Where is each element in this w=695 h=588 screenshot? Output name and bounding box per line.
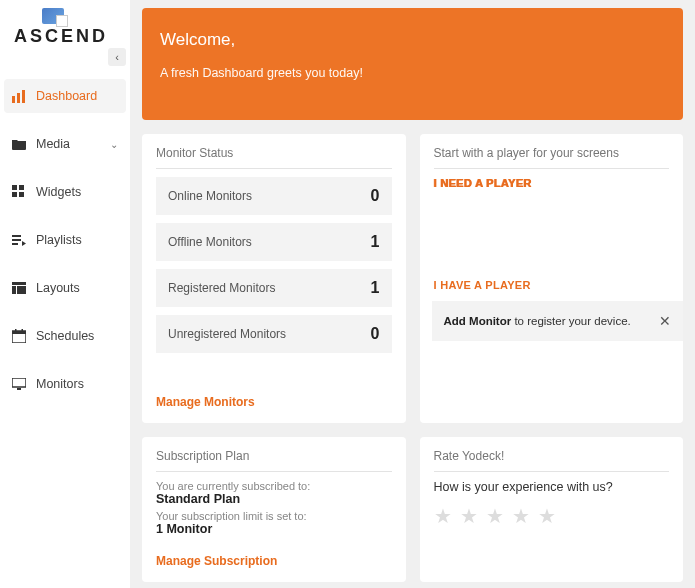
rate-question: How is your experience with us?: [434, 480, 670, 494]
svg-rect-1: [17, 93, 20, 103]
star-rating: ★ ★ ★ ★ ★: [434, 504, 670, 528]
manage-subscription-link[interactable]: Manage Subscription: [156, 554, 277, 568]
bars-icon: [12, 89, 26, 103]
svg-rect-5: [12, 192, 17, 197]
stat-row-registered: Registered Monitors 1: [156, 269, 392, 307]
subscription-plan: Standard Plan: [156, 492, 392, 506]
need-player-heading: I NEED A PLAYER: [434, 177, 670, 189]
subscription-line1: You are currently subscribed to:: [156, 480, 392, 492]
svg-rect-6: [19, 192, 24, 197]
monitor-icon: [12, 377, 26, 391]
add-monitor-text: Add Monitor to register your device.: [444, 315, 631, 327]
folder-icon: [12, 137, 26, 151]
sidebar-item-label: Playlists: [36, 233, 82, 247]
playlist-icon: [12, 233, 26, 247]
card-title: Subscription Plan: [156, 449, 392, 472]
sidebar-item-widgets[interactable]: Widgets: [0, 175, 130, 209]
svg-rect-3: [12, 185, 17, 190]
hero-subtitle: A fresh Dashboard greets you today!: [160, 66, 665, 80]
svg-rect-2: [22, 90, 25, 103]
sidebar-item-media[interactable]: Media ⌄: [0, 127, 130, 161]
stat-value: 1: [371, 233, 380, 251]
sidebar-item-label: Layouts: [36, 281, 80, 295]
calendar-icon: [12, 329, 26, 343]
sidebar-item-monitors[interactable]: Monitors: [0, 367, 130, 401]
stat-label: Registered Monitors: [168, 281, 275, 295]
star-4[interactable]: ★: [512, 504, 530, 528]
close-icon[interactable]: ✕: [659, 313, 671, 329]
translate-badge-icon: [42, 8, 64, 24]
brand-logo: ASCEND: [14, 26, 120, 47]
subscription-card: Subscription Plan You are currently subs…: [142, 437, 406, 582]
sidebar-item-label: Media: [36, 137, 70, 151]
add-monitor-callout: Add Monitor to register your device. ✕: [432, 301, 684, 341]
card-title: Monitor Status: [156, 146, 392, 169]
stat-row-online: Online Monitors 0: [156, 177, 392, 215]
sidebar-item-label: Monitors: [36, 377, 84, 391]
sidebar-item-label: Widgets: [36, 185, 81, 199]
chevron-left-icon: ‹: [115, 51, 119, 63]
row-2: Subscription Plan You are currently subs…: [142, 437, 683, 582]
svg-rect-14: [12, 331, 26, 334]
svg-rect-17: [12, 378, 26, 387]
svg-rect-11: [12, 286, 16, 294]
welcome-hero: Welcome, A fresh Dashboard greets you to…: [142, 8, 683, 120]
svg-rect-10: [12, 282, 26, 285]
sidebar-item-dashboard[interactable]: Dashboard: [4, 79, 126, 113]
svg-rect-0: [12, 96, 15, 103]
svg-rect-9: [12, 243, 18, 245]
card-title: Rate Yodeck!: [434, 449, 670, 472]
sidebar-item-playlists[interactable]: Playlists: [0, 223, 130, 257]
star-5[interactable]: ★: [538, 504, 556, 528]
svg-rect-18: [17, 388, 21, 390]
sidebar: ASCEND ‹ Dashboard Media ⌄: [0, 0, 130, 588]
subscription-limit: 1 Monitor: [156, 522, 392, 536]
app-root: ASCEND ‹ Dashboard Media ⌄: [0, 0, 695, 588]
sidebar-item-layouts[interactable]: Layouts: [0, 271, 130, 305]
stat-value: 0: [371, 187, 380, 205]
main-content: Welcome, A fresh Dashboard greets you to…: [130, 0, 695, 588]
stat-row-offline: Offline Monitors 1: [156, 223, 392, 261]
stat-value: 1: [371, 279, 380, 297]
row-1: Monitor Status Online Monitors 0 Offline…: [142, 134, 683, 423]
svg-rect-4: [19, 185, 24, 190]
stat-value: 0: [371, 325, 380, 343]
stat-label: Offline Monitors: [168, 235, 252, 249]
brand-block: ASCEND ‹: [0, 0, 130, 59]
svg-rect-8: [12, 239, 21, 241]
hero-title: Welcome,: [160, 30, 665, 50]
svg-rect-12: [17, 286, 26, 294]
star-3[interactable]: ★: [486, 504, 504, 528]
add-monitor-link[interactable]: Add Monitor: [444, 315, 512, 327]
layout-icon: [12, 281, 26, 295]
manage-monitors-link[interactable]: Manage Monitors: [156, 395, 255, 409]
sidebar-item-schedules[interactable]: Schedules: [0, 319, 130, 353]
subscription-line2: Your subscription limit is set to:: [156, 510, 392, 522]
sidebar-item-label: Dashboard: [36, 89, 97, 103]
svg-rect-15: [15, 329, 17, 332]
card-title: Start with a player for your screens: [434, 146, 670, 169]
rate-card: Rate Yodeck! How is your experience with…: [420, 437, 684, 582]
sidebar-nav: Dashboard Media ⌄ Widgets Playlists: [0, 79, 130, 415]
svg-rect-16: [22, 329, 24, 332]
stat-row-unregistered: Unregistered Monitors 0: [156, 315, 392, 353]
stat-label: Unregistered Monitors: [168, 327, 286, 341]
star-2[interactable]: ★: [460, 504, 478, 528]
stat-label: Online Monitors: [168, 189, 252, 203]
sidebar-item-label: Schedules: [36, 329, 94, 343]
grid-icon: [12, 185, 26, 199]
sidebar-collapse-button[interactable]: ‹: [108, 48, 126, 66]
monitor-status-card: Monitor Status Online Monitors 0 Offline…: [142, 134, 406, 423]
have-player-heading: I HAVE A PLAYER: [434, 279, 670, 291]
star-1[interactable]: ★: [434, 504, 452, 528]
svg-rect-7: [12, 235, 21, 237]
chevron-down-icon: ⌄: [110, 139, 118, 150]
start-player-card: Start with a player for your screens I N…: [420, 134, 684, 423]
